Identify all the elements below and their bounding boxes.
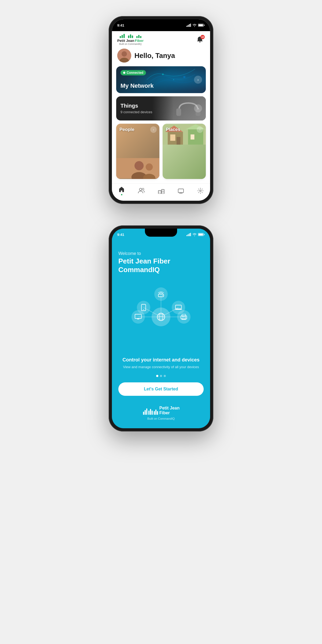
things-subtitle: 9 connected devices <box>120 110 202 114</box>
welcome-footer: Petit Jean Fiber Built on CommandIQ <box>142 405 180 420</box>
svg-rect-31 <box>158 191 161 194</box>
brand-sub: Built on CommandIQ <box>119 43 142 45</box>
nav-places[interactable] <box>158 188 164 194</box>
network-title: My Network <box>120 82 202 89</box>
status-time-2: 9:41 <box>117 233 124 237</box>
notification-button[interactable]: 10 <box>195 35 205 45</box>
svg-point-30 <box>142 188 144 190</box>
dot-3[interactable] <box>164 375 166 377</box>
svg-rect-2 <box>189 24 190 27</box>
connected-dot <box>123 72 125 74</box>
people-card[interactable]: People › Tanya Elizabeth Frankie Grandpa… <box>116 124 159 179</box>
things-arrow[interactable]: › <box>194 104 202 112</box>
notch-1 <box>145 19 177 27</box>
nav-people[interactable] <box>138 188 145 194</box>
svg-rect-67 <box>145 410 146 415</box>
network-arrow[interactable]: › <box>194 76 202 84</box>
svg-rect-3 <box>190 24 191 27</box>
notification-badge: 10 <box>200 35 205 39</box>
wave-3 <box>123 34 125 38</box>
things-card[interactable]: Things 9 connected devices › <box>116 96 206 120</box>
signal-icon-2 <box>186 233 191 236</box>
svg-rect-74 <box>157 411 158 415</box>
settings-nav-icon <box>197 188 204 194</box>
svg-rect-66 <box>143 412 144 415</box>
people-nav-icon <box>138 188 145 194</box>
svg-rect-69 <box>148 411 149 415</box>
status-bar-2: 9:41 <box>112 229 210 240</box>
places-label: Places <box>166 127 180 132</box>
welcome-content: Welcome to Petit Jean Fiber CommandIQ <box>112 240 210 428</box>
router-node <box>154 287 168 301</box>
status-icons-1 <box>186 24 205 27</box>
nav-home[interactable] <box>118 186 125 195</box>
people-label: People <box>119 127 134 132</box>
svg-rect-1 <box>188 25 189 27</box>
printer-node <box>177 310 191 324</box>
people-arrow[interactable]: › <box>150 126 157 133</box>
greeting-text: Hello, Tanya <box>134 52 175 60</box>
svg-rect-23 <box>170 134 175 141</box>
dot-1[interactable] <box>156 375 158 377</box>
screen-home: 9:41 <box>112 19 210 201</box>
bottom-nav <box>112 183 210 201</box>
device-diagram <box>129 285 193 349</box>
dot-2[interactable] <box>160 375 162 377</box>
svg-point-9 <box>122 51 127 57</box>
screen-welcome: 9:41 <box>112 229 210 428</box>
svg-point-34 <box>200 190 201 192</box>
svg-rect-73 <box>155 409 156 415</box>
tv-node <box>131 310 145 324</box>
nav-devices[interactable] <box>178 188 184 194</box>
svg-rect-38 <box>190 233 191 236</box>
svg-rect-32 <box>162 189 164 194</box>
dots-indicator <box>156 375 166 377</box>
notch-2 <box>145 229 177 237</box>
svg-rect-72 <box>154 411 155 415</box>
wave-7 <box>136 36 138 38</box>
svg-rect-6 <box>199 24 203 26</box>
control-title: Control your internet and devices <box>122 357 199 363</box>
welcome-title: Petit Jean Fiber CommandIQ <box>118 257 204 274</box>
wave-1 <box>120 36 121 38</box>
status-bar-1: 9:41 <box>112 19 210 31</box>
svg-point-7 <box>199 41 200 42</box>
svg-rect-37 <box>189 233 190 236</box>
nav-settings[interactable] <box>197 188 204 194</box>
wave-5 <box>130 34 131 38</box>
greeting-row: Hello, Tanya <box>112 47 210 66</box>
places-arrow[interactable]: › <box>197 126 203 133</box>
avatar-image <box>117 49 131 63</box>
welcome-to-label: Welcome to <box>118 251 141 256</box>
phone-node-icon <box>140 304 147 311</box>
footer-logo-icon <box>142 405 159 415</box>
status-icons-2 <box>186 233 205 236</box>
brand-logo: Petit Jean Fiber Built on CommandIQ <box>117 34 144 45</box>
get-started-button[interactable]: Let's Get Started <box>118 382 204 396</box>
footer-brand-fiber: Fiber <box>159 411 170 415</box>
things-title: Things <box>120 103 202 109</box>
places-card[interactable]: Places › Office Kids Bedroom Living Room <box>163 124 206 179</box>
brand-fiber: Fiber <box>135 39 144 43</box>
svg-rect-40 <box>204 234 204 235</box>
svg-rect-56 <box>175 305 181 309</box>
svg-rect-68 <box>146 408 147 415</box>
wave-2 <box>122 35 123 38</box>
wave-6 <box>132 35 133 38</box>
wave-8 <box>138 35 140 38</box>
laptop-icon <box>175 305 182 310</box>
svg-point-53 <box>162 295 163 296</box>
connected-badge: Connected <box>120 70 146 75</box>
svg-point-65 <box>185 317 186 317</box>
status-time-1: 9:41 <box>117 23 124 27</box>
network-card[interactable]: Connected My Network › <box>116 66 206 93</box>
svg-rect-70 <box>150 409 151 415</box>
wave-9 <box>140 36 141 38</box>
svg-rect-41 <box>199 234 203 236</box>
svg-rect-36 <box>188 234 189 236</box>
globe-icon <box>156 312 166 322</box>
signal-icon <box>186 24 191 27</box>
svg-point-17 <box>134 161 144 170</box>
two-col-section: People › Tanya Elizabeth Frankie Grandpa… <box>116 124 206 179</box>
svg-point-29 <box>140 188 142 191</box>
